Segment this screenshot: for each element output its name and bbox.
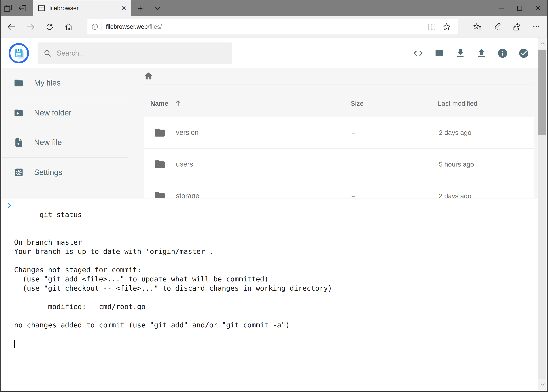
- scroll-down-button[interactable]: [538, 379, 547, 390]
- window-controls: [492, 0, 547, 16]
- share-icon: [512, 22, 521, 32]
- file-modified: 5 hours ago: [439, 161, 534, 168]
- tab-preview-toggle[interactable]: [149, 0, 166, 16]
- file-row[interactable]: users – 5 hours ago: [144, 148, 534, 180]
- maximize-icon: [516, 5, 523, 12]
- terminal-output-line: [14, 293, 534, 302]
- upload-icon: [476, 48, 487, 59]
- raw-code-button[interactable]: [408, 42, 429, 64]
- refresh-button[interactable]: [40, 16, 59, 38]
- file-name-cell: version: [154, 127, 352, 139]
- url-text[interactable]: filebrowser.web/files/: [106, 23, 162, 30]
- show-set-aside-tabs-button[interactable]: [1, 0, 15, 16]
- refresh-icon: [45, 22, 54, 31]
- check-circle-icon: [518, 48, 529, 59]
- add-favorite-button[interactable]: [439, 22, 454, 31]
- terminal-cursor: [14, 340, 15, 348]
- sidebar-item-label: Settings: [34, 168, 62, 177]
- share-button[interactable]: [507, 22, 527, 32]
- back-icon: [7, 22, 16, 31]
- home-button[interactable]: [59, 16, 78, 38]
- sort-ascending-icon: [174, 99, 182, 107]
- sidebar-item-label: New file: [34, 138, 62, 147]
- column-header-modified[interactable]: Last modified: [438, 100, 534, 107]
- url-host: filebrowser.web: [106, 23, 148, 30]
- chevron-up-icon: [540, 42, 545, 46]
- new-file-icon: [14, 137, 24, 147]
- address-bar[interactable]: filebrowser.web/files/: [87, 19, 458, 35]
- sidebar-item-my-files[interactable]: My files: [1, 68, 128, 98]
- hub-favorites-button[interactable]: [468, 22, 487, 32]
- sidebar-item-settings[interactable]: Settings: [1, 158, 128, 187]
- file-row[interactable]: version – 2 days ago: [144, 117, 534, 148]
- prompt-chevron-icon: [7, 203, 12, 208]
- file-size: –: [352, 129, 439, 136]
- upload-button[interactable]: [471, 42, 492, 64]
- reading-view-book-icon: [428, 23, 436, 30]
- breadcrumb-home-icon[interactable]: [144, 71, 153, 81]
- terminal-output-line: Changes not staged for commit:: [14, 265, 534, 274]
- terminal-output-line: no changes added to commit (use "git add…: [14, 320, 534, 329]
- grid-view-icon: [434, 48, 445, 59]
- app-body: My files New folder New fi: [1, 68, 547, 212]
- page-favicon-icon: [38, 5, 45, 12]
- star-icon: [442, 22, 451, 31]
- terminal-output-line: [14, 329, 534, 339]
- minimize-button[interactable]: [492, 0, 510, 16]
- close-icon: [535, 5, 541, 12]
- more-options-button[interactable]: [527, 22, 546, 32]
- grid-view-button[interactable]: [429, 42, 450, 64]
- column-header-size[interactable]: Size: [351, 100, 438, 107]
- terminal-output-line: [14, 228, 534, 238]
- file-modified: 2 days ago: [439, 129, 534, 136]
- header-actions: [408, 42, 534, 64]
- reading-view-button[interactable]: [424, 23, 439, 30]
- info-icon: [497, 48, 508, 59]
- page-scrollbar[interactable]: [538, 38, 547, 390]
- file-listing-area: Name Size Last modified: [128, 68, 547, 212]
- browser-tab[interactable]: filebrowser ✕: [33, 0, 131, 16]
- tab-close-icon[interactable]: ✕: [121, 5, 126, 11]
- search-box[interactable]: [38, 42, 232, 64]
- download-icon: [455, 48, 466, 59]
- set-tabs-aside-button[interactable]: [15, 0, 30, 16]
- forward-button[interactable]: [21, 16, 40, 38]
- terminal-output-line: [14, 256, 534, 265]
- web-note-button[interactable]: [487, 22, 507, 32]
- tab-title: filebrowser: [49, 5, 117, 12]
- terminal-command: git status: [40, 210, 82, 219]
- url-path: /files/: [148, 23, 162, 30]
- column-header-name[interactable]: Name: [150, 99, 351, 107]
- filebrowser-logo[interactable]: [9, 43, 29, 63]
- scroll-up-button[interactable]: [538, 38, 547, 49]
- close-button[interactable]: [529, 0, 547, 16]
- terminal-panel[interactable]: git status On branch master Your branch …: [1, 198, 538, 390]
- terminal-output-line: [14, 311, 534, 320]
- titlebar: filebrowser ✕ +: [1, 0, 547, 16]
- nav-right-actions: [468, 22, 546, 32]
- search-input[interactable]: [56, 49, 227, 57]
- select-multiple-button[interactable]: [513, 42, 534, 64]
- navigation-bar: filebrowser.web/files/: [1, 16, 547, 38]
- forward-icon: [26, 22, 35, 31]
- scrollbar-thumb[interactable]: [538, 50, 547, 135]
- folder-icon: [14, 78, 24, 88]
- sidebar-item-new-folder[interactable]: New folder: [1, 98, 128, 128]
- minimize-icon: [498, 5, 505, 12]
- home-icon: [64, 22, 73, 31]
- info-button[interactable]: [492, 42, 513, 64]
- back-button[interactable]: [2, 16, 21, 38]
- terminal-prompt-line: git status: [14, 201, 534, 228]
- download-button[interactable]: [450, 42, 471, 64]
- sidebar-item-label: New folder: [34, 108, 71, 117]
- pen-icon: [493, 22, 502, 32]
- terminal-cursor-line[interactable]: [14, 339, 534, 348]
- maximize-button[interactable]: [510, 0, 529, 16]
- site-info-icon[interactable]: [91, 23, 99, 31]
- sidebar-item-new-file[interactable]: New file: [1, 128, 128, 157]
- set-tabs-aside-icon: [18, 4, 27, 13]
- file-name-cell: users: [154, 158, 352, 170]
- terminal-output-line: modified: cmd/root.go: [14, 302, 534, 311]
- terminal-output-line: (use "git checkout -- <file>..." to disc…: [14, 284, 534, 293]
- new-tab-button[interactable]: +: [131, 0, 149, 16]
